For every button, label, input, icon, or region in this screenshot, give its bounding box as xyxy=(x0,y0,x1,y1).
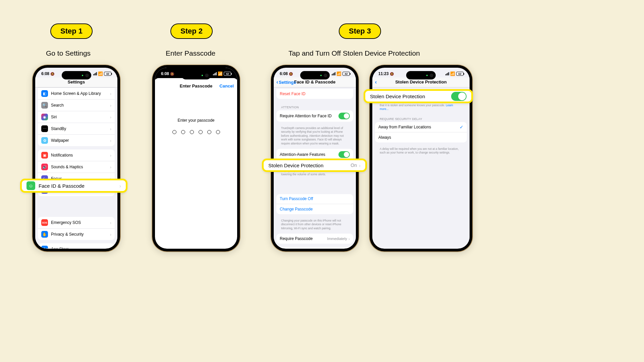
list-item[interactable]: ✿Wallpaper› xyxy=(38,135,115,146)
section-header: ATTENTION xyxy=(276,102,353,110)
dynamic-island xyxy=(62,71,91,79)
chevron-icon: › xyxy=(119,183,121,189)
page-title: Face ID & Passcode xyxy=(294,79,336,84)
dynamic-island xyxy=(181,71,211,79)
require-passcode-row[interactable]: Require PasscodeImmediately› xyxy=(276,234,353,244)
voice-dial-row[interactable]: Voice Dial xyxy=(276,247,353,248)
list-item[interactable]: ✋Privacy & Security› xyxy=(38,229,115,240)
step-caption-2: Enter Passcode xyxy=(166,49,215,57)
chevron-icon: › xyxy=(110,126,111,131)
passcode-prompt: Enter your passcode xyxy=(155,118,237,123)
wifi-icon: 📶 xyxy=(98,71,103,76)
section-footer: Changing your passcode on this iPhone wi… xyxy=(276,218,353,233)
chevron-left-icon: ‹ xyxy=(375,79,377,85)
status-time: 11:23 xyxy=(378,71,389,76)
row-label: App Store xyxy=(51,247,110,248)
section-footer: that it is stolen and someone knows your… xyxy=(375,102,467,114)
list-item[interactable]: 🔊Sounds & Haptics› xyxy=(38,161,115,173)
silent-icon: 🔕 xyxy=(289,72,293,76)
row-label: Notifications xyxy=(51,153,110,158)
reset-faceid-row[interactable]: Reset Face ID xyxy=(276,89,353,99)
row-label: Require Passcode xyxy=(280,236,327,241)
highlight-label: Stolen Device Protection xyxy=(370,94,451,99)
highlight-sdp-toggle[interactable]: Stolen Device Protection xyxy=(364,89,473,103)
row-label: Attention-Aware Features xyxy=(280,152,338,157)
row-label: Always xyxy=(378,135,464,140)
faceid-icon: ☺ xyxy=(26,181,35,190)
highlight-value: On xyxy=(351,163,357,168)
chevron-icon: › xyxy=(110,115,111,120)
silent-icon: 🔕 xyxy=(170,72,174,76)
chevron-icon: › xyxy=(348,236,350,241)
privacy-icon: ✋ xyxy=(41,231,48,238)
row-label: Change Passcode xyxy=(280,207,350,212)
row-label: Home Screen & App Library xyxy=(51,91,110,96)
chevron-icon: › xyxy=(110,232,111,237)
phone-3: 6:08🔕 📶 42 ‹Settings Face ID & Passcode … xyxy=(270,64,359,252)
silent-icon: 🔕 xyxy=(390,72,394,76)
cancel-button[interactable]: Cancel xyxy=(219,83,234,88)
require-attention-row[interactable]: Require Attention for Face ID xyxy=(276,110,353,122)
list-item[interactable]: ⋯StandBy› xyxy=(38,123,115,135)
change-passcode-row[interactable]: Change Passcode xyxy=(276,204,353,214)
row-label: Reset Face ID xyxy=(280,92,350,96)
list-item[interactable]: AApp Store› xyxy=(38,243,115,248)
highlight-sdp-row[interactable]: Stolen Device Protection On › xyxy=(262,159,367,172)
row-label: Away from Familiar Locations xyxy=(378,125,460,129)
sounds-icon: 🔊 xyxy=(41,164,48,170)
chevron-icon: › xyxy=(110,165,111,170)
back-button[interactable]: ‹Settings xyxy=(276,79,296,85)
list-item[interactable]: ◉Siri› xyxy=(38,111,115,123)
always-row[interactable]: Always xyxy=(375,132,467,142)
wallpaper-icon: ✿ xyxy=(41,137,48,144)
status-time: 6:08 xyxy=(280,71,288,76)
step-badge-3: Step 3 xyxy=(339,23,381,39)
sos-icon: SOS xyxy=(41,219,48,226)
toggle-switch[interactable] xyxy=(451,92,467,101)
checkmark-icon: ✓ xyxy=(460,124,464,130)
signal-icon xyxy=(332,72,335,75)
highlight-faceid[interactable]: ☺ Face ID & Passcode › xyxy=(20,179,127,193)
row-label: Turn Passcode Off xyxy=(280,196,350,201)
step-caption-1: Go to Settings xyxy=(46,49,91,57)
back-button[interactable]: ‹ xyxy=(375,79,377,85)
back-label: Settings xyxy=(279,80,296,85)
list-item[interactable]: SOSEmergency SOS› xyxy=(38,217,115,229)
chevron-icon: › xyxy=(110,220,111,225)
wifi-icon: 📶 xyxy=(450,71,455,76)
footer-text: that it is stolen and someone knows your… xyxy=(380,104,445,107)
appstore-icon: A xyxy=(41,246,48,248)
toggle-switch[interactable] xyxy=(338,113,350,119)
list-item[interactable]: ▣Notifications› xyxy=(38,149,115,161)
list-item[interactable]: ◧Home Screen & App Library› xyxy=(38,87,115,100)
row-label: Siri xyxy=(51,115,110,119)
section-header: REQUIRE SECURITY DELAY xyxy=(375,114,467,122)
phone-1: 6:08🔕 📶 42 Settings ◧Home Screen & App L… xyxy=(32,64,121,252)
list-item[interactable]: 🔍Search› xyxy=(38,100,115,111)
battery-icon: 42 xyxy=(342,72,350,76)
battery-icon: 42 xyxy=(224,72,231,76)
row-label: Sounds & Haptics xyxy=(51,165,110,169)
row-value: Immediately xyxy=(327,237,347,241)
toggle-switch[interactable] xyxy=(338,151,350,158)
passcode-dots[interactable] xyxy=(155,130,237,134)
chevron-icon: › xyxy=(110,153,111,158)
signal-icon xyxy=(213,72,217,75)
dynamic-island xyxy=(406,71,436,79)
status-time: 6:08 xyxy=(41,71,49,76)
search-icon: 🔍 xyxy=(41,102,48,109)
turn-passcode-off-row[interactable]: Turn Passcode Off xyxy=(276,194,353,204)
row-label: Privacy & Security xyxy=(51,232,110,237)
row-label: Emergency SOS xyxy=(51,220,110,225)
section-footer: A delay will be required when you are no… xyxy=(375,146,467,158)
page-title: Stolen Device Protection xyxy=(395,79,446,84)
row-label: Wallpaper xyxy=(51,138,110,143)
passcode-title: Enter Passcode xyxy=(180,83,213,88)
row-label: StandBy xyxy=(51,126,110,131)
away-locations-row[interactable]: Away from Familiar Locations✓ xyxy=(375,122,467,132)
siri-icon: ◉ xyxy=(41,114,48,120)
chevron-icon: › xyxy=(110,91,111,96)
notifications-icon: ▣ xyxy=(41,152,48,159)
status-time: 6:08 xyxy=(161,71,169,76)
wifi-icon: 📶 xyxy=(218,71,223,76)
